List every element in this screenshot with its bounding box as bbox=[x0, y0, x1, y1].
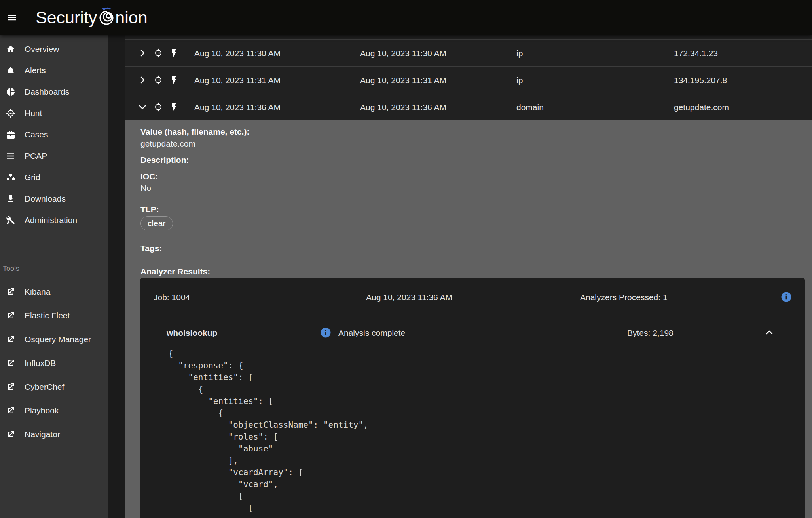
observables-table: Aug 10, 2023 11:30 AM Aug 10, 2023 11:30… bbox=[125, 35, 812, 120]
sidebar-item-dashboards[interactable]: Dashboards bbox=[0, 81, 108, 103]
sidebar-item-cases[interactable]: Cases bbox=[0, 124, 108, 145]
sidebar-item-label: Hunt bbox=[25, 109, 42, 118]
sidebar-item-label: Grid bbox=[25, 173, 40, 182]
info-icon[interactable] bbox=[780, 291, 792, 303]
hamburger-menu-icon[interactable] bbox=[7, 12, 17, 23]
list-lines-icon bbox=[6, 151, 15, 161]
job-analyzers-processed: Analyzers Processed: 1 bbox=[580, 293, 668, 302]
hunt-crosshairs-icon[interactable] bbox=[154, 102, 163, 112]
bell-icon bbox=[6, 66, 15, 75]
sidebar-item-kibana[interactable]: Kibana bbox=[0, 280, 108, 304]
cell-type: ip bbox=[516, 49, 523, 58]
tlp-chip: clear bbox=[140, 216, 173, 230]
sidebar-item-overview[interactable]: Overview bbox=[0, 38, 108, 60]
sidebar-item-elastic-fleet[interactable]: Elastic Fleet bbox=[0, 304, 108, 328]
tags-label: Tags: bbox=[140, 244, 162, 253]
logo-text-right: nion bbox=[115, 8, 147, 27]
crosshairs-icon bbox=[6, 109, 15, 118]
external-link-icon bbox=[6, 287, 15, 297]
observable-details-panel: Value (hash, filename, etc.): getupdate.… bbox=[125, 120, 812, 518]
cell-updated: Aug 10, 2023 11:36 AM bbox=[360, 103, 446, 112]
cell-updated: Aug 10, 2023 11:31 AM bbox=[360, 76, 446, 85]
analyze-flash-icon[interactable] bbox=[169, 75, 179, 85]
download-icon bbox=[6, 194, 15, 204]
sidebar-item-grid[interactable]: Grid bbox=[0, 167, 108, 188]
sidebar-item-label: Kibana bbox=[25, 287, 50, 297]
sidebar-item-label: Navigator bbox=[25, 430, 60, 439]
app-bar: Security nion bbox=[0, 0, 812, 35]
cell-value: 172.34.1.23 bbox=[674, 49, 718, 58]
collapse-chevron-up-icon[interactable] bbox=[765, 328, 774, 337]
tools-icon bbox=[6, 215, 15, 225]
sidebar-tools-header: Tools bbox=[0, 264, 108, 273]
collapse-chevron-down-icon[interactable] bbox=[138, 102, 147, 112]
value-label: Value (hash, filename, etc.): bbox=[140, 127, 249, 137]
sidebar: Overview Alerts Dashboards Hunt Cases PC… bbox=[0, 35, 108, 518]
cell-type: domain bbox=[516, 103, 544, 112]
sidebar-item-label: Playbook bbox=[25, 406, 59, 415]
description-label: Description: bbox=[140, 155, 189, 165]
sidebar-item-cyberchef[interactable]: CyberChef bbox=[0, 375, 108, 399]
job-date: Aug 10, 2023 11:36 AM bbox=[366, 293, 452, 302]
ioc-label: IOC: bbox=[140, 172, 158, 181]
observable-row[interactable]: Aug 10, 2023 11:30 AM Aug 10, 2023 11:30… bbox=[125, 40, 812, 67]
sidebar-item-label: CyberChef bbox=[25, 382, 64, 392]
expand-chevron-right-icon[interactable] bbox=[138, 48, 147, 58]
hunt-crosshairs-icon[interactable] bbox=[154, 75, 163, 85]
sidebar-item-label: Downloads bbox=[25, 194, 66, 204]
cell-value: 134.195.207.8 bbox=[674, 76, 727, 85]
pie-chart-icon bbox=[6, 87, 15, 97]
value-text: getupdate.com bbox=[140, 139, 195, 149]
sidebar-tools-list: Kibana Elastic Fleet Osquery Manager Inf… bbox=[0, 280, 108, 446]
sidebar-item-influxdb[interactable]: InfluxDB bbox=[0, 351, 108, 375]
sidebar-item-hunt[interactable]: Hunt bbox=[0, 103, 108, 124]
home-icon bbox=[6, 44, 15, 54]
sidebar-item-label: Administration bbox=[25, 215, 77, 225]
external-link-icon bbox=[6, 311, 15, 320]
sidebar-item-pcap[interactable]: PCAP bbox=[0, 145, 108, 167]
sidebar-item-playbook[interactable]: Playbook bbox=[0, 399, 108, 423]
observable-row[interactable]: Aug 10, 2023 11:31 AM Aug 10, 2023 11:31… bbox=[125, 67, 812, 93]
analyze-flash-icon[interactable] bbox=[169, 48, 179, 58]
sidebar-item-label: Elastic Fleet bbox=[25, 311, 70, 320]
cell-value: getupdate.com bbox=[674, 103, 729, 112]
analyze-flash-icon[interactable] bbox=[169, 102, 179, 112]
sidebar-item-administration[interactable]: Administration bbox=[0, 209, 108, 231]
sidebar-item-label: Osquery Manager bbox=[25, 335, 91, 344]
external-link-icon bbox=[6, 335, 15, 344]
info-icon[interactable] bbox=[320, 327, 332, 339]
expand-chevron-right-icon[interactable] bbox=[138, 75, 147, 85]
app-logo: Security nion bbox=[36, 6, 148, 29]
sidebar-item-navigator[interactable]: Navigator bbox=[0, 423, 108, 446]
tlp-label: TLP: bbox=[140, 205, 159, 214]
observable-row-expanded[interactable]: Aug 10, 2023 11:36 AM Aug 10, 2023 11:36… bbox=[125, 93, 812, 120]
analyzer-results-card: Job: 1004 Aug 10, 2023 11:36 AM Analyzer… bbox=[140, 278, 805, 518]
hunt-crosshairs-icon[interactable] bbox=[154, 48, 163, 58]
external-link-icon bbox=[6, 382, 15, 392]
analyzer-name: whoislookup bbox=[167, 328, 217, 338]
sidebar-item-downloads[interactable]: Downloads bbox=[0, 188, 108, 209]
sitemap-icon bbox=[6, 173, 15, 182]
analyzer-bytes: Bytes: 2,198 bbox=[627, 328, 674, 338]
analyzer-results-label: Analyzer Results: bbox=[140, 267, 210, 276]
analyzer-result-json: { "response": { "entities": [ { "entitie… bbox=[168, 348, 368, 514]
table-row-partial bbox=[125, 35, 812, 40]
cell-created: Aug 10, 2023 11:36 AM bbox=[194, 103, 281, 112]
cell-created: Aug 10, 2023 11:31 AM bbox=[194, 76, 281, 85]
logo-text-left: Security bbox=[36, 8, 97, 27]
sidebar-item-alerts[interactable]: Alerts bbox=[0, 60, 108, 81]
external-link-icon bbox=[6, 430, 15, 439]
cell-updated: Aug 10, 2023 11:30 AM bbox=[360, 49, 446, 58]
sidebar-item-label: PCAP bbox=[25, 151, 47, 161]
briefcase-icon bbox=[6, 130, 15, 139]
sidebar-item-label: Overview bbox=[25, 44, 59, 54]
onion-spiral-icon bbox=[98, 6, 115, 27]
cell-created: Aug 10, 2023 11:30 AM bbox=[194, 49, 281, 58]
job-id: Job: 1004 bbox=[154, 293, 190, 302]
sidebar-divider bbox=[0, 254, 108, 254]
external-link-icon bbox=[6, 358, 15, 368]
sidebar-item-label: Alerts bbox=[25, 66, 46, 75]
cell-type: ip bbox=[516, 76, 523, 85]
sidebar-item-osquery-manager[interactable]: Osquery Manager bbox=[0, 328, 108, 351]
ioc-value: No bbox=[140, 183, 151, 193]
